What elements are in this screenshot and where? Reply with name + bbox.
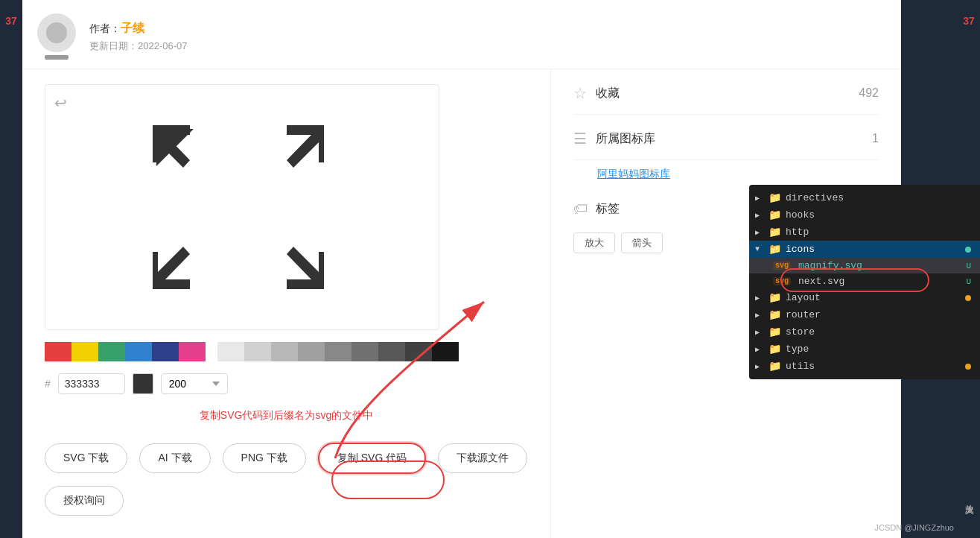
vs-label-type: type bbox=[786, 344, 971, 355]
swatch-blue[interactable] bbox=[125, 342, 152, 361]
folder-icon-layout: 📁 bbox=[769, 291, 781, 304]
page-number-left: 37 bbox=[0, 7, 22, 538]
vs-item-store[interactable]: ▶ 📁 store bbox=[749, 323, 980, 341]
tag-chip-arrow[interactable]: 箭头 bbox=[621, 232, 663, 253]
swatch-gray1[interactable] bbox=[217, 342, 244, 361]
update-date: 更新日期：2022-06-07 bbox=[89, 39, 188, 53]
ai-download-button[interactable]: AI 下载 bbox=[139, 443, 210, 473]
side-label: 放大 bbox=[964, 498, 975, 501]
layout-badge bbox=[965, 295, 971, 301]
folder-icon-icons: 📁 bbox=[769, 243, 781, 256]
utils-badge bbox=[965, 364, 971, 370]
size-select[interactable]: 200 100 64 32 16 bbox=[161, 373, 228, 394]
vs-label-icons: icons bbox=[786, 244, 961, 255]
chevron-right-icon: ▶ bbox=[755, 345, 764, 354]
folder-icon-store: 📁 bbox=[769, 326, 781, 338]
swatch-gray9[interactable] bbox=[432, 342, 459, 361]
folder-icon-http: 📁 bbox=[769, 226, 781, 238]
vs-item-directives[interactable]: ▶ 📁 directives bbox=[749, 189, 980, 206]
swatch-gray7[interactable] bbox=[378, 342, 405, 361]
svg-download-button[interactable]: SVG 下载 bbox=[45, 443, 127, 473]
avatar-bar bbox=[45, 55, 69, 60]
hex-input[interactable]: 333333 bbox=[58, 373, 125, 394]
collect-row: ☆ 收藏 492 bbox=[573, 84, 879, 115]
hint-text: 复制SVG代码到后缀名为svg的文件中 bbox=[45, 409, 528, 423]
vs-item-router[interactable]: ▶ 📁 router bbox=[749, 306, 980, 323]
svg-file-icon-magnify: svg bbox=[773, 262, 791, 270]
avatar-area bbox=[37, 13, 76, 60]
vs-item-http[interactable]: ▶ 📁 http bbox=[749, 224, 980, 241]
vs-label-next: next.svg bbox=[798, 276, 961, 287]
vs-label-store: store bbox=[786, 326, 971, 338]
vscode-panel: ▶ 📁 directives ▶ 📁 hooks ▶ 📁 http ▼ 📁 ic… bbox=[749, 185, 980, 379]
vs-label-router: router bbox=[786, 309, 971, 320]
chevron-right-icon: ▶ bbox=[755, 362, 764, 371]
library-label: 所属图标库 bbox=[596, 131, 655, 147]
png-download-button[interactable]: PNG 下载 bbox=[223, 443, 306, 473]
swatch-pink[interactable] bbox=[179, 342, 206, 361]
vs-item-hooks[interactable]: ▶ 📁 hooks bbox=[749, 206, 980, 224]
swatch-gray3[interactable] bbox=[271, 342, 298, 361]
folder-icon-router: 📁 bbox=[769, 308, 781, 321]
tag-icon: 🏷 bbox=[573, 200, 588, 218]
avatar-icon bbox=[46, 22, 67, 43]
folder-icon-utils: 📁 bbox=[769, 360, 781, 373]
chevron-right-icon: ▶ bbox=[755, 211, 764, 220]
swatch-gray6[interactable] bbox=[351, 342, 378, 361]
collect-count: 492 bbox=[859, 86, 879, 100]
arrow-top-right bbox=[249, 118, 331, 200]
watermark: JCSDN @JINGZzhuo bbox=[874, 523, 954, 532]
vs-label-utils: utils bbox=[786, 361, 961, 372]
library-link[interactable]: 阿里妈妈图标库 bbox=[597, 168, 879, 181]
swatch-gray5[interactable] bbox=[325, 342, 351, 361]
swatch-yellow[interactable] bbox=[71, 342, 98, 361]
collect-label: 收藏 bbox=[596, 86, 620, 101]
author-info: 作者：子续 更新日期：2022-06-07 bbox=[89, 21, 188, 53]
arrow-top-left bbox=[145, 118, 227, 200]
swatch-gray2[interactable] bbox=[244, 342, 271, 361]
swatch-red[interactable] bbox=[45, 342, 71, 361]
swatch-gray8[interactable] bbox=[405, 342, 432, 361]
folder-icon-directives: 📁 bbox=[769, 192, 781, 204]
arrow-bottom-left bbox=[145, 215, 227, 297]
chevron-right-icon: ▶ bbox=[755, 228, 764, 237]
auth-query-button[interactable]: 授权询问 bbox=[45, 486, 124, 516]
vs-label-directives: directives bbox=[786, 192, 971, 203]
swatch-gray4[interactable] bbox=[298, 342, 325, 361]
header: 作者：子续 更新日期：2022-06-07 bbox=[22, 0, 901, 69]
vs-label-http: http bbox=[786, 227, 971, 238]
left-panel: ↩ bbox=[22, 69, 551, 538]
star-icon: ☆ bbox=[573, 84, 587, 102]
icon-preview-box: ↩ bbox=[45, 84, 439, 330]
vs-item-next[interactable]: svg next.svg U bbox=[749, 273, 980, 289]
vs-item-magnify[interactable]: svg magnify.svg U bbox=[749, 258, 980, 273]
svg-file-icon-next: svg bbox=[773, 277, 791, 285]
vs-item-layout[interactable]: ▶ 📁 layout bbox=[749, 289, 980, 306]
vs-item-icons[interactable]: ▼ 📁 icons bbox=[749, 241, 980, 258]
back-icon[interactable]: ↩ bbox=[54, 94, 67, 112]
tag-label: 标签 bbox=[596, 201, 620, 217]
tag-chip-zoom[interactable]: 放大 bbox=[573, 232, 615, 253]
download-source-button[interactable]: 下载源文件 bbox=[438, 443, 527, 473]
vs-item-type[interactable]: ▶ 📁 type bbox=[749, 341, 980, 358]
vs-label-magnify: magnify.svg bbox=[798, 260, 961, 271]
vs-item-utils[interactable]: ▶ 📁 utils bbox=[749, 358, 980, 375]
chevron-down-icon: ▼ bbox=[755, 245, 764, 253]
arrows-grid bbox=[145, 118, 339, 297]
folder-icon-hooks: 📁 bbox=[769, 209, 781, 221]
library-left: ☰ 所属图标库 bbox=[573, 130, 655, 148]
avatar bbox=[37, 13, 76, 52]
icons-badge bbox=[965, 247, 971, 253]
vs-label-hooks: hooks bbox=[786, 209, 971, 221]
arrow-bottom-right bbox=[249, 215, 331, 297]
chevron-right-icon: ▶ bbox=[755, 328, 764, 337]
swatch-darkblue[interactable] bbox=[152, 342, 179, 361]
color-preview-box bbox=[133, 373, 153, 394]
library-count: 1 bbox=[872, 132, 879, 145]
hash-label: # bbox=[45, 378, 51, 390]
copy-svg-button[interactable]: 复制 SVG 代码 bbox=[318, 443, 426, 474]
folder-icon-type: 📁 bbox=[769, 343, 781, 355]
library-icon: ☰ bbox=[573, 130, 587, 148]
chevron-right-icon: ▶ bbox=[755, 194, 764, 203]
swatch-green[interactable] bbox=[98, 342, 125, 361]
